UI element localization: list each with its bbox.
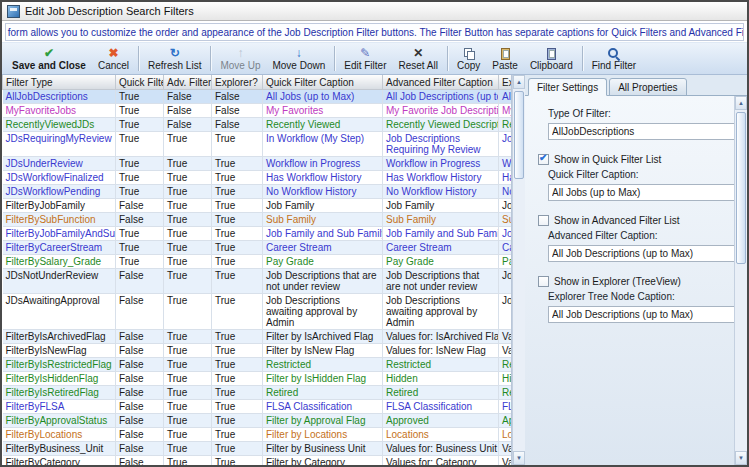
cell-adv-caption: Recently Viewed Descriptions	[383, 118, 499, 132]
cell-quick-filter: False	[116, 358, 164, 372]
grid-row[interactable]: FilterByBusiness_UnitFalseTrueTrueFilter…	[3, 442, 512, 456]
toolbar-button-paste[interactable]: Paste	[486, 43, 524, 74]
clipboard-icon	[545, 47, 557, 60]
cell-filter-type: FilterByJobFamilyAndSubFunction	[3, 227, 116, 241]
grid-row[interactable]: FilterByIsRetiredFlagFalseTrueTrueRetire…	[3, 386, 512, 400]
scroll-track[interactable]	[513, 89, 525, 451]
scroll-thumb[interactable]	[736, 112, 746, 264]
tab-filter-settings[interactable]: Filter Settings	[528, 78, 607, 96]
toolbar-button-reset-all[interactable]: Reset All	[392, 43, 443, 74]
scroll-down-button[interactable]: ▼	[513, 451, 525, 465]
cell-quick-caption: Filter by IsHidden Flag	[263, 372, 383, 386]
grid-row[interactable]: JDsAwaitingApprovalFalseTrueTrueJob Desc…	[3, 294, 512, 330]
grid-row[interactable]: FilterByJobFamilyFalseTrueTrueJob Family…	[3, 199, 512, 213]
cell-quick-caption: Retired	[263, 386, 383, 400]
explorer-caption-input[interactable]	[548, 306, 741, 323]
grid-row[interactable]: AllJobDescriptionsTrueFalseFalseAll Jobs…	[3, 90, 512, 104]
column-header-explorer[interactable]: Explorer?	[212, 75, 263, 90]
grid-row[interactable]: MyFavoriteJobsTrueFalseFalseMy Favorites…	[3, 104, 512, 118]
pencil-icon	[360, 47, 370, 60]
scroll-up-button[interactable]: ▲	[513, 75, 525, 89]
tab-all-properties[interactable]: All Properties	[609, 78, 686, 96]
column-header-explorer-tree-node-caption[interactable]: Explorer Tree Node Caption	[499, 75, 512, 90]
advanced-filter-caption-input[interactable]	[548, 245, 741, 262]
toolbar-button-move-down[interactable]: Move Down	[266, 43, 331, 74]
cell-explorer-caption: Values for: Business Unit	[499, 442, 512, 456]
cell-quick-filter: False	[116, 400, 164, 414]
toolbar-button-label: Reset All	[398, 60, 437, 71]
toolbar-button-refresh-list[interactable]: Refresh List	[142, 43, 207, 74]
cell-explorer: False	[212, 118, 263, 132]
grid-row[interactable]: RecentlyViewedJDsTrueFalseFalseRecently …	[3, 118, 512, 132]
toolbar-button-move-up[interactable]: Move Up	[214, 43, 266, 74]
cell-explorer-caption: Recently Viewed Descriptions	[499, 118, 512, 132]
cell-adv-filter: True	[164, 171, 212, 185]
toolbar-button-clipboard[interactable]: Clipboard	[524, 43, 579, 74]
filters-grid: Filter TypeQuick Filter?Adv. Filter?Expl…	[2, 75, 512, 465]
grid-vertical-scrollbar[interactable]: ▲ ▼	[512, 75, 525, 465]
cell-filter-type: FilterByCategory	[3, 456, 116, 466]
grid-row[interactable]: FilterByIsArchivedFlagFalseTrueTrueFilte…	[3, 330, 512, 344]
column-header-filter-type[interactable]: Filter Type	[3, 75, 116, 90]
grid-row[interactable]: FilterByFLSAFalseTrueTrueFLSA Classifica…	[3, 400, 512, 414]
show-in-explorer-row[interactable]: Show in Explorer (TreeView)	[538, 276, 730, 287]
show-in-advanced-filter-row[interactable]: Show in Advanced Filter List	[538, 215, 730, 226]
cell-quick-caption: Job Descriptions awaiting approval by Ad…	[263, 294, 383, 330]
toolbar-button-save-and-close[interactable]: Save and Close	[6, 43, 92, 74]
cell-quick-filter: True	[116, 255, 164, 269]
column-header-quick-filter[interactable]: Quick Filter?	[116, 75, 164, 90]
toolbar-button-copy[interactable]: Copy	[451, 43, 486, 74]
grid-row[interactable]: FilterByIsRestrictedFlagFalseTrueTrueRes…	[3, 358, 512, 372]
panel-vertical-scrollbar[interactable]: ▲ ▼	[734, 96, 747, 465]
cell-adv-filter: True	[164, 199, 212, 213]
quick-filter-checkbox[interactable]	[538, 154, 549, 165]
grid-row[interactable]: FilterByJobFamilyAndSubFunctionTrueTrueT…	[3, 227, 512, 241]
grid-row[interactable]: FilterByIsHiddenFlagFalseTrueTrueFilter …	[3, 372, 512, 386]
column-header-adv-filter[interactable]: Adv. Filter?	[164, 75, 212, 90]
show-in-quick-filter-row[interactable]: Show in Quick Filter List	[538, 154, 730, 165]
cell-adv-filter: True	[164, 344, 212, 358]
cell-quick-caption: FLSA Classification	[263, 400, 383, 414]
toolbar-button-label: Move Down	[272, 60, 325, 71]
advanced-filter-checkbox[interactable]	[538, 215, 549, 226]
explorer-checkbox[interactable]	[538, 276, 549, 287]
grid-row[interactable]: FilterByCareerStreamTrueTrueTrueCareer S…	[3, 241, 512, 255]
grid-row[interactable]: FilterBySalary_GradeTrueTrueTruePay Grad…	[3, 255, 512, 269]
cell-adv-filter: True	[164, 185, 212, 199]
grid-row[interactable]: FilterByIsNewFlagFalseTrueTrueFilter by …	[3, 344, 512, 358]
cell-explorer: True	[212, 269, 263, 294]
cell-explorer: True	[212, 428, 263, 442]
scroll-track[interactable]	[735, 110, 747, 451]
grid-row[interactable]: JDsWorkflowFinalizedTrueTrueTrueHas Work…	[3, 171, 512, 185]
toolbar-button-edit-filter[interactable]: Edit Filter	[338, 43, 392, 74]
cell-adv-filter: True	[164, 400, 212, 414]
cell-adv-caption: Has Workflow History	[383, 171, 499, 185]
scroll-up-button[interactable]: ▲	[735, 96, 747, 110]
cell-quick-filter: True	[116, 171, 164, 185]
cell-quick-filter: True	[116, 90, 164, 104]
column-header-quick-filter-caption[interactable]: Quick Filter Caption	[263, 75, 383, 90]
cell-quick-caption: Workflow in Progress	[263, 157, 383, 171]
grid-row[interactable]: JDsRequiringMyReviewTrueTrueTrueIn Workf…	[3, 132, 512, 157]
grid-row[interactable]: JDsUnderReviewTrueTrueTrueWorkflow in Pr…	[3, 157, 512, 171]
grid-row[interactable]: JDsWorkflowPendingTrueTrueTrueNo Workflo…	[3, 185, 512, 199]
cell-quick-filter: False	[116, 442, 164, 456]
cell-explorer-caption: Sub Family	[499, 213, 512, 227]
title-bar: Edit Job Description Search Filters	[2, 2, 747, 21]
grid-row[interactable]: FilterByCategoryFalseTrueTrueFilter by C…	[3, 456, 512, 466]
cell-filter-type: JDsUnderReview	[3, 157, 116, 171]
scroll-thumb[interactable]	[514, 91, 524, 179]
panel-content: Type Of Filter: Show in Quick Filter Lis…	[525, 95, 747, 465]
grid-row[interactable]: FilterBySubFunctionFalseTrueTrueSub Fami…	[3, 213, 512, 227]
scroll-down-button[interactable]: ▼	[735, 451, 747, 465]
cell-explorer: True	[212, 414, 263, 428]
toolbar-button-cancel[interactable]: Cancel	[92, 43, 135, 74]
grid-row[interactable]: FilterByApprovalStatusFalseTrueTrueFilte…	[3, 414, 512, 428]
column-header-advanced-filter-caption[interactable]: Advanced Filter Caption	[383, 75, 499, 90]
grid-row[interactable]: FilterByLocationsFalseTrueTrueFilter by …	[3, 428, 512, 442]
type-of-filter-input[interactable]	[548, 123, 741, 140]
grid-row[interactable]: JDsNotUnderReviewFalseTrueTrueJob Descri…	[3, 269, 512, 294]
cell-quick-filter: True	[116, 185, 164, 199]
quick-filter-caption-input[interactable]	[548, 184, 741, 201]
toolbar-button-find-filter[interactable]: Find Filter	[586, 43, 642, 74]
